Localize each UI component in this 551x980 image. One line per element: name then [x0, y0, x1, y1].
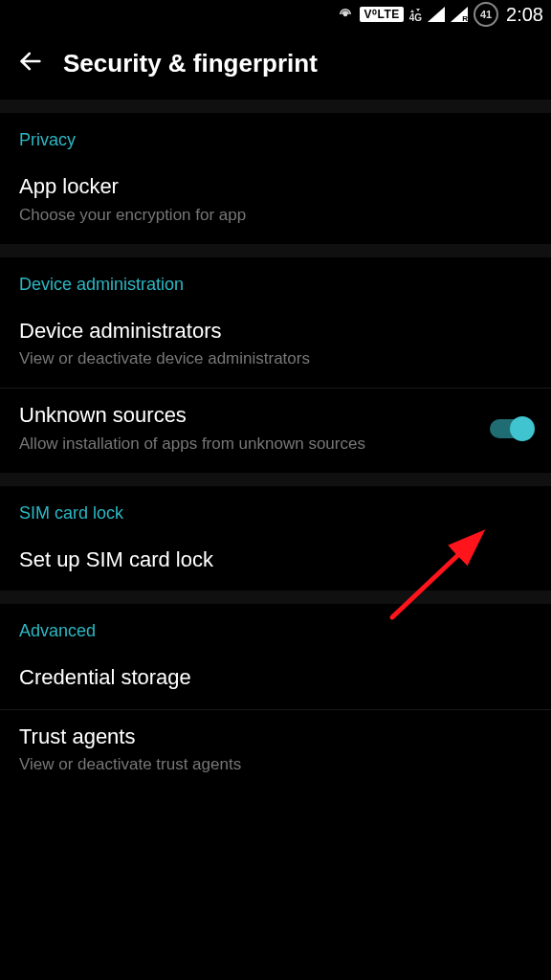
section-divider [0, 590, 551, 604]
item-subtitle: View or deactivate device administrators [19, 348, 532, 370]
battery-level: 41 [480, 9, 492, 20]
item-trust-agents[interactable]: Trust agents View or deactivate trust ag… [0, 710, 551, 794]
svg-marker-3 [428, 7, 445, 22]
status-bar: V⁰LTE 4G R 41 2:08 [0, 0, 551, 29]
item-title: Unknown sources [19, 402, 474, 430]
item-subtitle: Choose your encryption for app [19, 205, 532, 227]
battery-indicator: 41 [474, 2, 498, 27]
svg-point-0 [344, 13, 347, 16]
back-arrow-icon[interactable] [17, 48, 44, 78]
signal-sim2-icon: R [451, 7, 468, 22]
item-title: Set up SIM card lock [19, 546, 532, 574]
signal-sim1-icon [428, 7, 445, 22]
section-divider [0, 244, 551, 257]
hotspot-icon [337, 6, 354, 23]
item-subtitle: Allow installation of apps from unknown … [19, 434, 474, 456]
section-header-sim: SIM card lock [0, 486, 551, 533]
section-header-privacy: Privacy [0, 113, 551, 160]
app-bar: Security & fingerprint [0, 29, 551, 100]
sim-r-label: R [462, 14, 468, 23]
section-divider [0, 100, 551, 113]
page-title: Security & fingerprint [63, 49, 318, 78]
item-device-administrators[interactable]: Device administrators View or deactivate… [0, 304, 551, 389]
clock: 2:08 [506, 4, 543, 26]
section-header-device-admin: Device administration [0, 257, 551, 304]
toggle-knob-icon [510, 416, 535, 441]
svg-marker-2 [416, 9, 420, 11]
section-header-advanced: Advanced [0, 604, 551, 651]
item-app-locker[interactable]: App locker Choose your encryption for ap… [0, 160, 551, 244]
item-sim-lock[interactable]: Set up SIM card lock [0, 533, 551, 591]
volte-badge: V⁰LTE [360, 7, 403, 22]
unknown-sources-toggle[interactable] [490, 419, 532, 438]
item-title: App locker [19, 173, 532, 201]
item-title: Trust agents [19, 724, 532, 751]
network-indicator: 4G [409, 7, 422, 22]
item-title: Device administrators [19, 318, 532, 345]
item-unknown-sources[interactable]: Unknown sources Allow installation of ap… [0, 389, 551, 473]
item-subtitle: View or deactivate trust agents [19, 754, 532, 776]
item-credential-storage[interactable]: Credential storage [0, 651, 551, 709]
item-title: Credential storage [19, 664, 532, 692]
section-divider [0, 473, 551, 486]
network-label: 4G [409, 14, 422, 22]
